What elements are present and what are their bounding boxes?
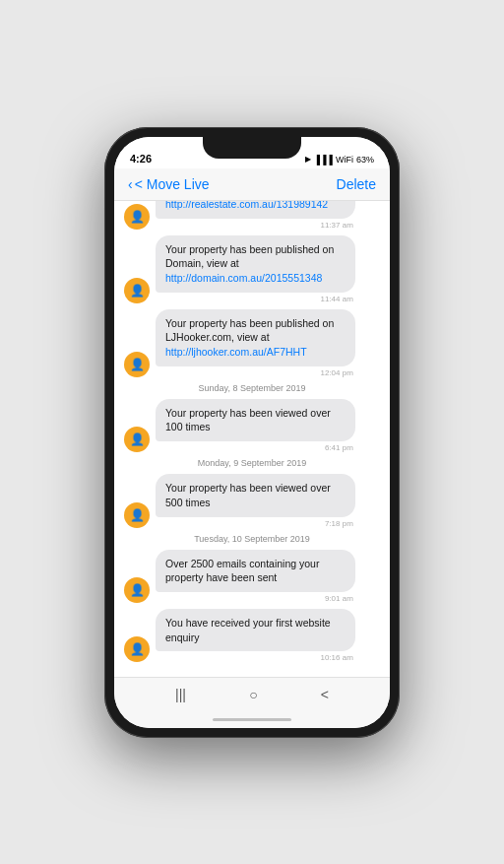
person-icon: 👤 [130, 642, 145, 656]
person-icon: 👤 [130, 508, 145, 522]
message-bubble: Your property has been published on LJHo… [156, 309, 355, 366]
person-icon: 👤 [130, 583, 145, 597]
message-row: 👤Your property has been published on Rea… [124, 201, 380, 230]
multitask-icon[interactable]: ||| [175, 687, 186, 702]
message-bubble: Your property has been viewed over 100 t… [156, 399, 355, 441]
bubble-wrap: Your property has been viewed over 100 t… [156, 399, 355, 452]
back-button[interactable]: ‹ < Move Live [128, 176, 210, 192]
back-icon[interactable]: < [321, 687, 329, 702]
status-time: 4:26 [130, 153, 152, 165]
message-time: 11:44 am [156, 295, 355, 303]
message-link[interactable]: http://realestate.com.au/131989142 [165, 201, 328, 210]
home-icon[interactable]: ○ [249, 687, 257, 702]
bubble-wrap: Your property has been published on Real… [156, 201, 355, 230]
date-separator: Sunday, 8 September 2019 [124, 383, 380, 393]
message-link[interactable]: http://ljhooker.com.au/AF7HHT [165, 346, 307, 358]
battery-text: 63% [356, 155, 374, 165]
message-time: 7:18 pm [156, 519, 355, 528]
message-bubble: Your property has been published on Doma… [156, 235, 355, 293]
message-row: 👤Your property has been published on Dom… [124, 235, 380, 303]
message-row: 👤Your property has been viewed over 100 … [124, 399, 380, 452]
person-icon: 👤 [130, 358, 145, 371]
play-icon: ▶ [305, 155, 311, 164]
bubble-wrap: Your property has been published on Doma… [156, 235, 355, 303]
back-chevron-icon: ‹ [128, 176, 133, 192]
message-time: 12:04 pm [156, 368, 355, 377]
message-bubble: Your property has been published on Real… [156, 201, 355, 219]
avatar: 👤 [124, 204, 150, 230]
delete-button[interactable]: Delete [337, 176, 376, 192]
message-bubble: Over 2500 emails containing your propert… [156, 550, 355, 592]
person-icon: 👤 [130, 284, 145, 298]
message-time: 9:01 am [156, 594, 355, 603]
chat-area[interactable]: Wednesday, 4 September 2019👤Welcome to M… [114, 201, 390, 677]
phone-screen: 4:26 ▶ ▐▐▐ WiFi 63% ‹ < Move Live Delete… [114, 137, 390, 728]
home-bar [213, 718, 291, 721]
home-indicator [114, 712, 390, 728]
avatar: 👤 [124, 636, 150, 662]
bubble-wrap: Over 2500 emails containing your propert… [156, 550, 355, 603]
bubble-wrap: Your property has been published on LJHo… [156, 309, 355, 377]
date-separator: Tuesday, 10 September 2019 [124, 534, 380, 544]
message-bubble: You have received your first website enq… [156, 609, 355, 651]
date-separator: Monday, 9 September 2019 [124, 458, 380, 468]
avatar: 👤 [124, 577, 150, 603]
status-icons: ▶ ▐▐▐ WiFi 63% [305, 155, 374, 165]
message-time: 11:37 am [156, 221, 355, 230]
phone-device: 4:26 ▶ ▐▐▐ WiFi 63% ‹ < Move Live Delete… [104, 127, 400, 738]
person-icon: 👤 [130, 432, 145, 446]
avatar: 👤 [124, 427, 150, 452]
bubble-wrap: Your property has been viewed over 500 t… [156, 474, 355, 527]
message-time: 10:16 am [156, 653, 355, 662]
bottom-navigation: ||| ○ < [114, 677, 390, 712]
header: ‹ < Move Live Delete [114, 168, 390, 201]
message-bubble: Your property has been viewed over 500 t… [156, 474, 355, 516]
avatar: 👤 [124, 278, 150, 303]
avatar: 👤 [124, 352, 150, 377]
message-time: 6:41 pm [156, 443, 355, 452]
message-row: 👤You have received your first website en… [124, 609, 380, 662]
message-row: 👤Your property has been published on LJH… [124, 309, 380, 377]
message-row: 👤Over 2500 emails containing your proper… [124, 550, 380, 603]
header-title: < Move Live [135, 176, 210, 192]
message-link[interactable]: http://domain.com.au/2015551348 [165, 272, 322, 284]
signal-icon: ▐▐▐ [314, 155, 333, 165]
person-icon: 👤 [130, 210, 145, 224]
bubble-wrap: You have received your first website enq… [156, 609, 355, 662]
wifi-icon: WiFi [336, 155, 353, 165]
notch [203, 137, 301, 159]
message-row: 👤Your property has been viewed over 500 … [124, 474, 380, 527]
avatar: 👤 [124, 502, 150, 528]
